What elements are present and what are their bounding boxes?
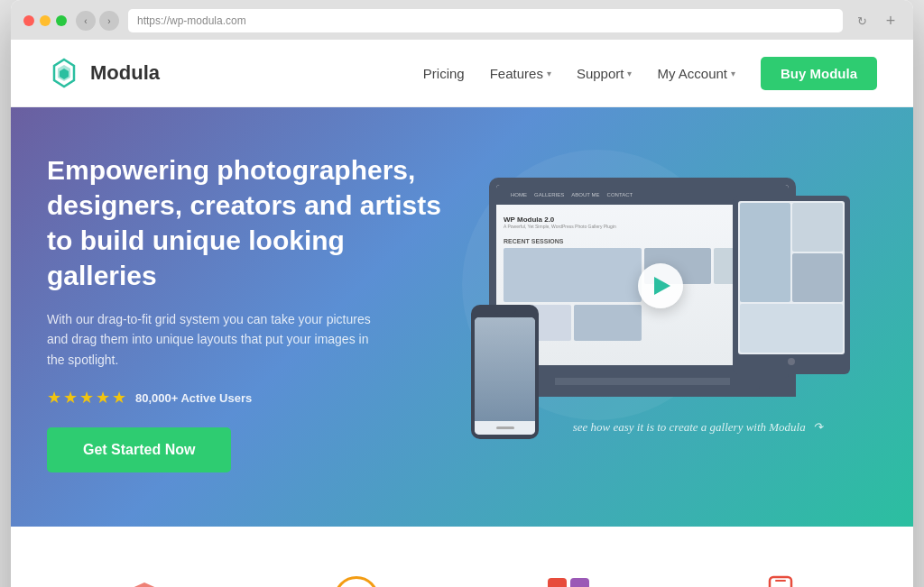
logo-text: Modula [90,61,160,85]
hero-section: Empowering photographers, designers, cre… [11,107,913,527]
screen-home: HOME [511,192,527,197]
reload-button[interactable]: ↻ [852,11,872,31]
stars-icon: ★★★★★ [47,388,128,408]
maximize-dot[interactable] [56,15,67,26]
buy-button[interactable]: Buy Modula [761,57,877,90]
phone-responsive-icon [761,575,800,587]
feature-mobile: Mobile-friendly Galleries Design respons… [683,554,877,587]
tablet-cell-2 [792,203,843,252]
svg-rect-6 [770,577,791,587]
phone-screen [475,317,535,435]
devices-mockup: HOME GALLERIES ABOUT ME CONTACT WP Modul… [471,178,850,448]
url-text: https://wp-modula.com [137,14,246,27]
address-bar[interactable]: https://wp-modula.com [128,9,843,32]
hero-stars: ★★★★★ 80,000+ Active Users [47,388,444,408]
browser-dots [23,15,67,26]
tablet-mockup [733,196,850,374]
navbar: Modula Pricing Features ▾ Support ▾ My A… [11,40,913,107]
gallery-cell-5 [574,305,642,341]
phone-image-area [475,317,535,421]
cta-button[interactable]: Get Started Now [47,427,231,472]
laptop-foot [525,385,759,390]
tablet-home-button [788,358,795,365]
phone-bottom-bar [475,421,535,435]
see-how-arrow-icon: ↷ [813,420,823,435]
features-section: CDN + Image Optimization Modula makes sl… [11,527,913,587]
logo-icon [47,56,81,90]
nav-links: Pricing Features ▾ Support ▾ My Account … [423,57,877,90]
support-chevron: ▾ [627,69,632,78]
forward-button[interactable]: › [99,11,119,31]
play-triangle-icon [654,277,670,295]
tablet-cell-4 [740,304,843,353]
phone-home-indicator [496,426,514,429]
nav-features[interactable]: Features ▾ [490,66,551,81]
laptop-stand [555,378,730,385]
nav-support[interactable]: Support ▾ [577,66,633,81]
cdn-icon [117,572,171,587]
feature-drag: Drag & Drop Builder Drag to resize image… [471,554,665,587]
nav-arrows: ‹ › [76,11,119,31]
screen-about: ABOUT ME [571,192,599,197]
phone-screen-inner [475,317,535,435]
phone-notch [494,309,516,314]
layers-icon [121,575,168,587]
hero-heading: Empowering photographers, designers, cre… [47,152,444,293]
browser-window: ‹ › https://wp-modula.com ↻ + Modula Pri… [11,0,913,587]
phone-mockup [471,305,539,439]
tablet-screen-content [738,201,845,354]
users-count: 80,000+ Active Users [135,391,252,405]
logo[interactable]: Modula [47,56,160,90]
nav-account[interactable]: My Account ▾ [657,66,735,81]
hero-subtext: With our drag-to-fit grid system you can… [47,309,372,370]
drag-icon [541,572,596,587]
svg-marker-3 [128,582,161,587]
see-how-text: see how easy it is to create a gallery w… [573,420,823,435]
new-tab-button[interactable]: + [881,11,901,31]
grid-box-2 [570,578,589,587]
site-content: Modula Pricing Features ▾ Support ▾ My A… [11,40,913,587]
feature-mix: Mix Photos and Videos Easily add videos … [259,554,453,587]
account-chevron: ▾ [731,69,735,78]
mix-icon [329,572,383,587]
tablet-cell-3 [792,253,843,302]
mobile-icon [753,572,808,587]
hero-right: HOME GALLERIES ABOUT ME CONTACT WP Modul… [444,178,877,448]
features-chevron: ▾ [547,69,551,78]
grid-box-1 [548,578,567,587]
grid-boxes-icon [548,578,589,587]
close-dot[interactable] [23,15,34,26]
screen-contact: CONTACT [607,192,633,197]
minimize-dot[interactable] [40,15,51,26]
tablet-cell-1 [740,203,790,302]
tablet-screen [738,201,845,354]
back-button[interactable]: ‹ [76,11,96,31]
browser-chrome: ‹ › https://wp-modula.com ↻ + [11,0,913,40]
feature-cdn: CDN + Image Optimization Modula makes sl… [47,554,241,587]
play-button[interactable] [638,263,683,308]
nav-pricing[interactable]: Pricing [423,66,465,81]
play-circle-icon [334,576,379,587]
gallery-cell-1 [504,248,642,302]
hero-left: Empowering photographers, designers, cre… [47,152,444,472]
screen-galleries: GALLERIES [534,192,564,197]
